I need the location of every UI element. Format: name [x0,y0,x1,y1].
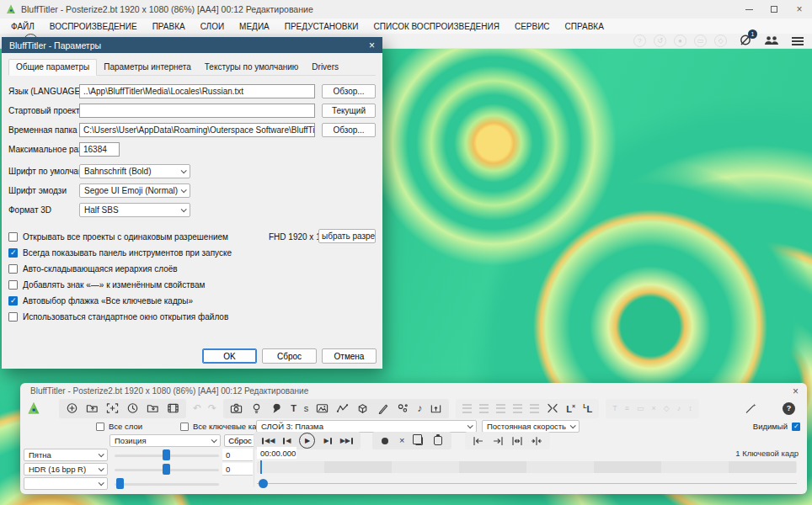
checkbox[interactable] [8,264,18,274]
checkbox[interactable] [8,280,18,290]
collapse-keyframes-icon[interactable] [531,436,542,446]
property-2-value[interactable]: 0 [222,463,253,476]
help-icon[interactable]: ? [783,402,795,415]
attach-layer-icon[interactable] [547,403,558,413]
layer-op-disabled-icon[interactable] [462,404,472,413]
all-layers-checkbox[interactable]: Все слои [96,422,142,431]
minimize-button[interactable] [736,0,761,19]
layer-op-disabled-icon[interactable] [496,404,505,413]
tab-drivers[interactable]: Drivers [305,60,345,75]
undo-faded-icon[interactable]: ↺ [654,35,666,47]
record-keyframe-icon[interactable] [382,438,388,444]
menu-help[interactable]: СПРАВКА [558,22,612,31]
timeline-track[interactable] [257,461,797,473]
tab-general[interactable]: Общие параметры [8,59,97,76]
checkbox[interactable] [8,312,18,322]
first-keyframe-icon[interactable] [473,436,484,446]
sketch-layer-icon[interactable]: s [304,404,309,413]
cancel-button[interactable]: Отмена [322,348,377,364]
text-layer-icon[interactable]: T [291,404,296,413]
delete-layer-icon[interactable]: L× [566,403,575,414]
checkbox[interactable] [8,248,18,258]
menu-tools[interactable]: СЕРВИС [507,22,558,31]
keyframe-tool-disabled-icon[interactable]: × [651,404,655,412]
property-3-slider[interactable] [115,477,219,490]
slider-thumb[interactable] [163,464,170,475]
temp-folder-browse-button[interactable]: Обзор... [322,123,376,137]
last-keyframe-icon[interactable] [492,436,504,446]
picture-layer-icon[interactable] [316,402,329,414]
copy-icon[interactable] [415,437,423,445]
help-faded-icon[interactable]: ? [633,35,646,47]
tab-default-textures[interactable]: Текстуры по умолчанию [198,60,306,75]
menu-edit[interactable]: ПРАВКА [145,22,193,31]
container-layer-icon[interactable] [356,402,369,414]
keyframe-tool-disabled-icon[interactable]: ▭ [637,404,644,412]
speed-select[interactable]: Постоянная скорость [482,420,580,433]
step-forward-icon[interactable]: ▶ [323,437,331,444]
audio-layer-icon[interactable]: ♪ [417,403,422,413]
language-browse-button[interactable]: Обзор... [322,84,376,98]
keyframe-tool-disabled-icon[interactable]: ♪ [677,404,681,412]
plasma-layer-icon[interactable] [336,402,349,414]
keyframe-tool-disabled-icon[interactable]: ≡ [625,404,629,412]
property-select[interactable]: Позиция [110,434,221,447]
checkbox[interactable] [8,232,18,242]
timeline-slider[interactable] [257,479,797,489]
save-project-icon[interactable] [147,402,159,414]
effects-wand-icon[interactable] [745,402,757,414]
time-field[interactable]: 00:00.000 [257,447,296,459]
expand-keyframes-icon[interactable] [511,436,523,446]
panel-close-icon[interactable]: × [793,386,799,396]
property-1-slider[interactable] [115,449,219,461]
property-1-value[interactable]: 0 [222,449,253,461]
tab-internet[interactable]: Параметры интернета [97,60,198,75]
record-faded-icon[interactable]: ● [674,35,686,47]
frame-faded-icon[interactable]: ▭ [694,35,707,47]
export-video-icon[interactable] [167,402,179,414]
checkbox[interactable] [96,423,104,431]
model-layer-icon[interactable] [270,402,283,414]
emoji-font-select[interactable]: Segoe UI Emoji (Normal) [79,183,190,198]
layer-op-disabled-icon[interactable] [479,404,489,413]
community-icon[interactable] [764,35,779,46]
property-1-select[interactable]: Пятна [24,449,108,461]
checkbox[interactable] [8,296,18,306]
maximize-button[interactable] [761,0,787,19]
reset-property-button[interactable]: Сброс [224,434,256,447]
go-end-icon[interactable]: ▶▶ [340,437,353,444]
play-pause-icon[interactable]: ▶ [299,433,315,449]
property-2-slider[interactable] [115,463,219,476]
menu-icon[interactable] [792,37,804,45]
particles-layer-icon[interactable] [397,402,409,414]
default-font-select[interactable]: Bahnschrift (Bold) [79,164,190,178]
display-faded-icon[interactable]: ◇ [714,35,727,47]
menu-file[interactable]: ФАЙЛ [3,22,42,31]
delete-keyframe-icon[interactable]: × [399,436,404,445]
undo-icon[interactable]: ↶ [193,403,201,413]
clone-layer-icon[interactable]: LL [583,403,592,414]
step-back-icon[interactable]: ◀ [283,437,291,444]
resolution-icon[interactable] [106,402,119,414]
camera-layer-icon[interactable] [230,402,243,414]
light-layer-icon[interactable] [250,402,263,414]
open-project-icon[interactable] [86,402,99,414]
stage-layer-icon[interactable] [430,402,442,414]
menu-playlist[interactable]: СПИСОК ВОСПРОИЗВЕДЕНИЯ [366,22,507,31]
menu-layers[interactable]: СЛОИ [193,22,232,31]
checkbox[interactable] [180,423,189,431]
max-resolution-input[interactable]: 16384 [79,142,120,157]
recent-files-icon[interactable] [126,402,139,414]
layer-op-disabled-icon[interactable] [513,404,522,413]
keyframe-tool-disabled-icon[interactable]: ◇ [664,404,670,412]
timeline-slider-thumb[interactable] [259,479,268,488]
property-2-select[interactable]: HDR (16 bpp R) [24,463,108,476]
reset-button[interactable]: Сброс [262,348,317,364]
ok-button[interactable]: OK [202,348,257,364]
temp-folder-input[interactable]: C:\Users\User\AppData\Roaming\Outerspace… [79,123,315,137]
visible-checkbox[interactable]: Видимый [753,422,800,431]
checkbox[interactable] [792,423,800,431]
new-project-icon[interactable] [66,402,78,414]
current-project-button[interactable]: Текущий [322,104,376,118]
format-3d-select[interactable]: Half SBS [79,203,190,217]
